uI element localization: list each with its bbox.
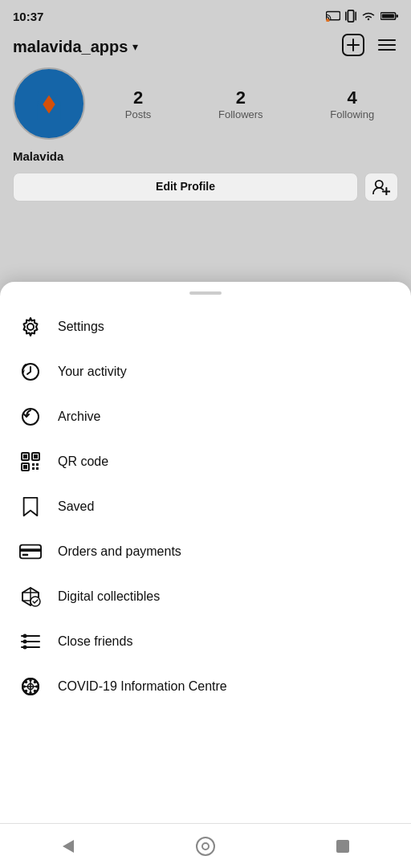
menu-item-covid[interactable]: COVID-19 Information Centre — [0, 664, 411, 709]
svg-point-42 — [23, 646, 27, 650]
menu-item-collectibles[interactable]: Digital collectibles — [0, 574, 411, 619]
sheet-handle — [189, 291, 222, 295]
menu-item-activity[interactable]: Your activity — [0, 349, 411, 394]
following-stat[interactable]: 4 Following — [330, 88, 374, 120]
svg-point-38 — [23, 634, 27, 638]
svg-point-40 — [23, 640, 27, 644]
vibrate-icon — [345, 9, 356, 23]
username-row[interactable]: malavida_apps ▾ — [13, 38, 138, 56]
archive-label: Archive — [58, 410, 100, 424]
collectibles-label: Digital collectibles — [58, 589, 160, 604]
svg-rect-28 — [32, 463, 35, 466]
battery-icon — [380, 10, 398, 22]
archive-icon — [19, 405, 42, 428]
menu-item-saved[interactable]: Saved — [0, 484, 411, 529]
following-count: 4 — [348, 88, 357, 108]
svg-rect-27 — [23, 465, 27, 469]
svg-rect-25 — [34, 454, 38, 458]
svg-rect-23 — [23, 454, 27, 458]
menu-item-settings[interactable]: Settings — [0, 304, 411, 349]
edit-profile-button[interactable]: Edit Profile — [13, 173, 358, 202]
profile-name: Malavida — [0, 149, 411, 173]
svg-point-16 — [376, 181, 383, 188]
menu-item-qrcode[interactable]: QR code — [0, 439, 411, 484]
posts-stat[interactable]: 2 Posts — [125, 88, 152, 120]
svg-point-54 — [34, 690, 37, 693]
svg-point-58 — [202, 843, 209, 850]
svg-point-51 — [25, 681, 28, 684]
svg-rect-29 — [36, 463, 39, 466]
add-friend-button[interactable] — [364, 173, 398, 202]
username-text: malavida_apps — [13, 38, 128, 56]
bookmark-icon — [19, 495, 42, 518]
status-time: 10:37 — [13, 10, 43, 23]
profile-background: 10:37 — [0, 0, 411, 297]
svg-rect-6 — [382, 14, 394, 18]
home-button[interactable] — [185, 826, 226, 866]
svg-point-52 — [34, 681, 37, 684]
activity-icon — [19, 361, 42, 383]
saved-label: Saved — [58, 499, 94, 514]
settings-label: Settings — [58, 320, 104, 334]
back-button[interactable] — [48, 826, 88, 866]
svg-rect-7 — [396, 14, 398, 17]
activity-label: Your activity — [58, 365, 127, 379]
svg-point-49 — [22, 685, 26, 688]
bottom-navigation — [0, 823, 411, 868]
profile-header: malavida_apps ▾ — [0, 29, 411, 67]
posts-count: 2 — [133, 88, 143, 108]
header-actions — [342, 34, 398, 59]
profile-info-row: 2 Posts 2 Followers 4 Following — [0, 67, 411, 149]
qrcode-label: QR code — [58, 454, 108, 469]
status-icons — [326, 9, 398, 23]
svg-point-57 — [197, 837, 214, 855]
svg-rect-33 — [20, 548, 41, 552]
svg-point-50 — [35, 685, 39, 688]
stop-button[interactable] — [323, 826, 363, 866]
svg-rect-34 — [22, 554, 28, 556]
svg-rect-31 — [36, 467, 39, 470]
card-icon — [19, 540, 42, 563]
svg-rect-59 — [336, 840, 349, 853]
edit-profile-row: Edit Profile — [0, 173, 411, 214]
add-post-button[interactable] — [342, 34, 364, 59]
status-bar: 10:37 — [0, 0, 411, 29]
followers-count: 2 — [236, 88, 246, 108]
svg-point-53 — [25, 690, 28, 693]
hamburger-menu-button[interactable] — [376, 34, 398, 59]
menu-item-closefriends[interactable]: Close friends — [0, 619, 411, 664]
closefriends-icon — [19, 630, 42, 653]
covid-icon — [19, 675, 42, 698]
menu-item-archive[interactable]: Archive — [0, 394, 411, 439]
svg-rect-30 — [32, 467, 35, 470]
chevron-down-icon: ▾ — [132, 40, 138, 53]
collectibles-icon — [19, 585, 42, 608]
stats-row: 2 Posts 2 Followers 4 Following — [101, 88, 398, 120]
bottom-sheet: Settings Your activity — [0, 282, 411, 868]
menu-list: Settings Your activity — [0, 301, 411, 712]
orders-label: Orders and payments — [58, 544, 181, 559]
following-label: Following — [330, 108, 374, 120]
qr-icon — [19, 450, 42, 473]
svg-rect-2 — [348, 10, 353, 22]
menu-item-orders[interactable]: Orders and payments — [0, 529, 411, 574]
followers-stat[interactable]: 2 Followers — [218, 88, 263, 120]
cast-icon — [326, 10, 340, 22]
svg-point-19 — [27, 324, 34, 330]
closefriends-label: Close friends — [58, 634, 132, 649]
posts-label: Posts — [125, 108, 152, 120]
svg-marker-56 — [63, 840, 74, 853]
svg-point-47 — [29, 679, 32, 682]
gear-icon — [19, 316, 42, 338]
svg-point-48 — [29, 691, 32, 695]
avatar[interactable] — [13, 67, 85, 140]
followers-label: Followers — [218, 108, 263, 120]
covid-label: COVID-19 Information Centre — [58, 679, 227, 694]
wifi-icon — [361, 10, 376, 22]
